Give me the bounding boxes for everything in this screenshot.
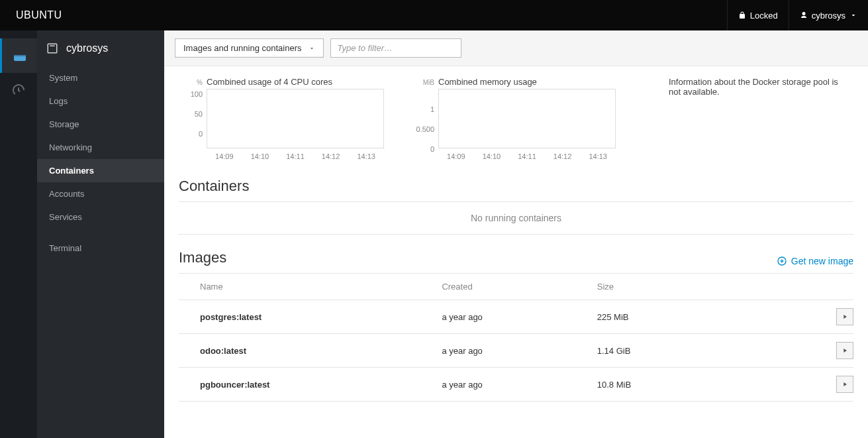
sidebar-item-terminal[interactable]: Terminal — [37, 237, 164, 260]
rail-server-icon[interactable] — [0, 38, 37, 73]
run-image-button[interactable] — [836, 376, 853, 393]
icon-rail — [0, 30, 37, 438]
mem-chart-title: Combined memory usage — [438, 77, 616, 86]
sidebar-item-services[interactable]: Services — [37, 205, 164, 229]
sidebar: cybrosys SystemLogsStorageNetworkingCont… — [37, 30, 164, 438]
memory-chart: MiB 1 0.500 0 Combined memory usage 14:0… — [410, 77, 616, 160]
user-menu[interactable]: cybrosys — [789, 0, 868, 30]
dropdown-label: Images and running containers — [183, 43, 302, 53]
image-row[interactable]: postgres:latesta year ago225 MiB — [179, 300, 853, 334]
image-row[interactable]: pgbouncer:latesta year ago10.8 MiB — [179, 368, 853, 402]
play-icon — [842, 381, 848, 388]
svg-rect-0 — [14, 55, 26, 56]
image-created: a year ago — [442, 300, 597, 334]
svg-rect-1 — [48, 44, 57, 53]
images-heading: Images — [179, 249, 226, 266]
get-new-image-label: Get new image — [791, 256, 853, 266]
cpu-unit: % — [197, 77, 203, 86]
image-name: pgbouncer:latest — [179, 368, 442, 402]
plus-circle-icon — [777, 256, 787, 266]
col-name: Name — [179, 274, 442, 300]
topbar: UBUNTU Locked cybrosys — [0, 0, 868, 30]
image-created: a year ago — [442, 368, 597, 402]
storage-info-text: Information about the Docker storage poo… — [642, 77, 841, 160]
filter-input[interactable] — [330, 38, 461, 58]
run-image-button[interactable] — [836, 342, 853, 359]
get-new-image-button[interactable]: Get new image — [777, 256, 853, 266]
user-label: cybrosys — [812, 11, 845, 21]
image-created: a year ago — [442, 334, 597, 368]
image-size: 10.8 MiB — [597, 368, 786, 402]
chevron-down-icon — [849, 11, 857, 19]
main-content: Images and running containers % 100 50 0… — [164, 30, 868, 438]
sidebar-host-label: cybrosys — [66, 42, 108, 54]
col-size: Size — [597, 274, 786, 300]
containers-empty: No running containers — [179, 201, 853, 235]
mem-chart-plot — [438, 89, 616, 148]
sidebar-host-header[interactable]: cybrosys — [37, 30, 164, 66]
chevron-down-icon — [309, 45, 315, 52]
sidebar-item-system[interactable]: System — [37, 66, 164, 89]
server-icon — [12, 48, 28, 64]
image-size: 225 MiB — [597, 300, 786, 334]
cpu-chart: % 100 50 0 Combined usage of 4 CPU cores… — [179, 77, 384, 160]
rail-dashboard-icon[interactable] — [0, 73, 37, 107]
image-name: postgres:latest — [179, 300, 442, 334]
host-icon — [46, 42, 58, 54]
sidebar-item-accounts[interactable]: Accounts — [37, 182, 164, 205]
play-icon — [842, 313, 848, 320]
play-icon — [842, 347, 848, 354]
col-created: Created — [442, 274, 597, 300]
user-icon — [800, 11, 808, 19]
sidebar-item-networking[interactable]: Networking — [37, 136, 164, 159]
sidebar-item-logs[interactable]: Logs — [37, 89, 164, 113]
locked-label: Locked — [750, 11, 778, 21]
image-row[interactable]: odoo:latesta year ago1.14 GiB — [179, 334, 853, 368]
cpu-chart-plot — [207, 89, 384, 148]
mem-unit: MiB — [423, 77, 434, 86]
cpu-chart-title: Combined usage of 4 CPU cores — [207, 77, 384, 86]
run-image-button[interactable] — [836, 308, 853, 325]
filter-dropdown[interactable]: Images and running containers — [175, 38, 324, 58]
lock-icon — [738, 11, 746, 19]
sidebar-item-containers[interactable]: Containers — [37, 159, 164, 182]
locked-indicator[interactable]: Locked — [727, 0, 789, 30]
image-size: 1.14 GiB — [597, 334, 786, 368]
images-table: Name Created Size postgres:latesta year … — [179, 273, 853, 402]
sidebar-item-storage[interactable]: Storage — [37, 113, 164, 136]
brand-label: UBUNTU — [16, 9, 62, 21]
toolbar: Images and running containers — [164, 30, 868, 66]
containers-heading: Containers — [179, 178, 853, 195]
dashboard-icon — [11, 82, 26, 98]
image-name: odoo:latest — [179, 334, 442, 368]
